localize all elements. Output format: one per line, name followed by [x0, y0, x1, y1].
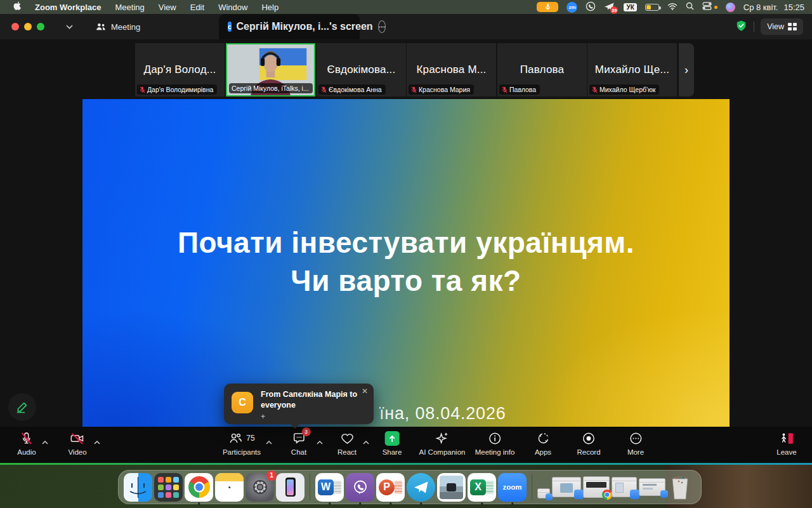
participant-tile[interactable]: Павлова Павлова [497, 43, 587, 97]
clock-date: Ср 8 квіт. [743, 3, 778, 12]
dock-telegram-icon[interactable] [407, 473, 435, 502]
react-button[interactable]: React [337, 431, 357, 456]
minimized-window-thumbnail[interactable] [639, 478, 665, 496]
view-button[interactable]: View [761, 18, 803, 35]
share-screen-icon [385, 431, 400, 446]
react-label: React [337, 448, 357, 456]
ai-companion-button[interactable]: AI Companion [419, 431, 466, 456]
menu-edit[interactable]: Edit [190, 3, 204, 12]
tab-shared-screen[interactable]: c Сергій Мікулов, i...'s screen [219, 14, 360, 39]
participants-button[interactable]: 75 Participants [223, 431, 261, 456]
close-icon[interactable]: ✕ [362, 387, 368, 396]
participant-tile-active-speaker[interactable]: Сергій Мікулов, iTalks, i... [226, 43, 315, 97]
participants-options-caret[interactable] [266, 436, 272, 447]
menu-view[interactable]: View [159, 3, 176, 12]
camera-off-icon [70, 431, 86, 446]
apple-menu-icon[interactable] [13, 1, 21, 13]
heart-icon [339, 431, 354, 446]
zoom-status-icon[interactable]: zm [566, 2, 577, 13]
record-icon [581, 431, 596, 446]
pencil-icon [15, 400, 29, 414]
chat-popup-message: + [261, 412, 265, 421]
audio-label: Audio [17, 448, 36, 456]
spotlight-search-icon[interactable] [686, 2, 694, 12]
dock-word-icon[interactable]: W [315, 473, 344, 502]
audio-options-caret[interactable] [42, 436, 48, 447]
video-options-caret[interactable] [94, 436, 100, 447]
participant-tile[interactable]: Михайло Ще... Михайло Щерб'юк [587, 43, 677, 97]
minimized-window-thumbnail[interactable] [552, 477, 581, 497]
react-options-caret[interactable] [363, 436, 369, 447]
dock-iphone-mirroring-icon[interactable] [276, 473, 304, 502]
viber-status-icon[interactable] [586, 1, 596, 13]
wifi-icon[interactable] [667, 3, 678, 12]
dock-powerpoint-icon[interactable]: P [376, 473, 405, 502]
dock-separator [310, 474, 310, 500]
strip-next-page-button[interactable]: › [679, 43, 694, 97]
trash-icon[interactable] [667, 473, 693, 502]
keyboard-layout-indicator[interactable]: УК [624, 3, 636, 11]
chevron-right-icon: › [684, 64, 688, 77]
battery-icon[interactable] [645, 4, 659, 11]
dock-chrome-icon[interactable] [185, 473, 213, 502]
mic-in-use-indicator[interactable] [537, 2, 558, 12]
zoom-window-button[interactable] [37, 23, 44, 30]
share-button[interactable]: Share [383, 431, 402, 456]
record-label: Record [577, 448, 600, 456]
leave-button[interactable]: Leave [776, 431, 796, 456]
ai-sparkle-icon [435, 431, 450, 446]
chat-button[interactable]: 3 Chat [291, 431, 306, 456]
dock-zoom-icon[interactable]: zoom [498, 473, 527, 502]
muted-mic-icon [411, 86, 417, 93]
tab-meeting[interactable]: Meeting [96, 22, 140, 32]
participant-tile[interactable]: Дар'я Волод... Дар'я Володимирівна [135, 43, 225, 97]
more-button[interactable]: More [627, 431, 644, 456]
dock-photo-preview-icon[interactable] [437, 473, 466, 502]
window-accent-border [0, 463, 812, 465]
minimized-window-thumbnail[interactable] [612, 477, 637, 497]
chat-notification-popup[interactable]: C From Сапєлкіна Марія to everyone + ✕ [224, 384, 374, 424]
tab-options-icon[interactable] [378, 20, 386, 33]
window-titlebar: Meeting c Сергій Мікулов, i...'s screen … [0, 14, 812, 39]
dock-finder-icon[interactable] [124, 473, 152, 502]
audio-button[interactable]: Audio [17, 431, 36, 456]
menu-meeting[interactable]: Meeting [115, 3, 145, 12]
minimized-window-thumbnail[interactable] [537, 488, 550, 498]
menu-window[interactable]: Window [218, 3, 247, 12]
minimized-window-thumbnail[interactable] [583, 476, 610, 498]
share-label: Share [383, 448, 402, 456]
minimize-window-button[interactable] [24, 23, 32, 30]
menu-help[interactable]: Help [261, 3, 278, 12]
chat-sender-avatar: C [232, 392, 253, 413]
annotate-button[interactable] [8, 393, 36, 421]
dock-viber-icon[interactable] [346, 473, 374, 502]
ai-companion-label: AI Companion [419, 448, 466, 456]
dock-notes-icon[interactable] [215, 473, 244, 502]
traffic-lights [11, 23, 44, 30]
participants-label: Participants [223, 448, 261, 456]
meeting-info-button[interactable]: Meeting info [475, 431, 515, 456]
telegram-status-icon[interactable]: 39 [604, 2, 615, 12]
close-window-button[interactable] [11, 23, 19, 30]
meeting-info-label: Meeting info [475, 448, 515, 456]
record-button[interactable]: Record [577, 431, 600, 456]
dock-excel-icon[interactable]: X [468, 473, 496, 502]
video-button[interactable]: Video [68, 431, 86, 456]
menubar-app-name[interactable]: Zoom Workplace [35, 3, 102, 12]
chat-options-caret[interactable] [317, 436, 323, 447]
participant-tile[interactable]: Євдокімова... Євдокімова Анна [317, 43, 406, 97]
meeting-toolbar: Audio Video 75 Participants [0, 427, 812, 463]
dock-launchpad-icon[interactable] [154, 473, 183, 502]
clock-time: 15:25 [783, 3, 804, 12]
participant-tile[interactable]: Краснова М... Краснова Мария [407, 43, 496, 97]
control-center-icon[interactable] [702, 2, 712, 12]
dock-settings-icon[interactable]: 1 [246, 473, 274, 502]
siri-icon[interactable] [726, 3, 735, 12]
security-shield-icon[interactable] [735, 20, 747, 34]
apps-button[interactable]: Apps [535, 431, 551, 456]
participants-icon [228, 431, 243, 446]
chevron-down-icon[interactable] [66, 25, 73, 29]
participants-count: 75 [246, 434, 254, 443]
apps-label: Apps [535, 448, 551, 456]
menubar-clock[interactable]: Ср 8 квіт. 15:25 [743, 3, 804, 12]
